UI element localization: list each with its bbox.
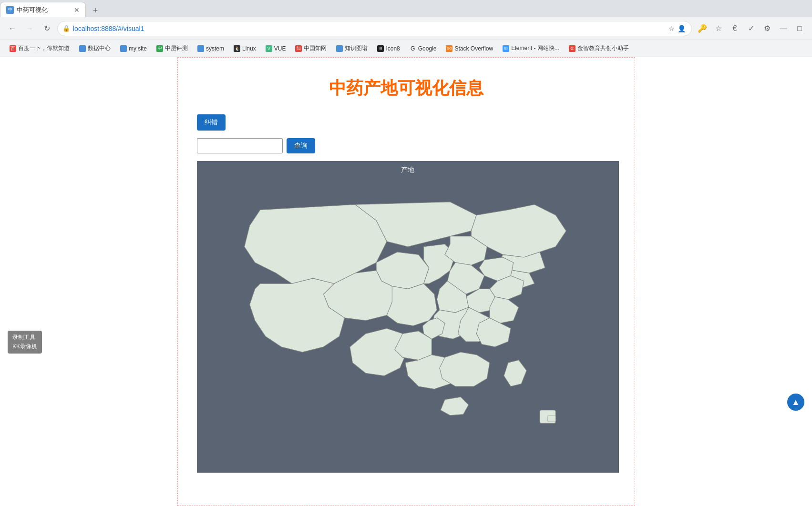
back-button[interactable]: ← — [6, 22, 19, 35]
bookmark-label: Stack Overflow — [454, 45, 493, 52]
bookmark-label: system — [206, 45, 224, 52]
bookmark-google[interactable]: G Google — [406, 44, 441, 53]
bookmark-icon: 知 — [295, 45, 302, 52]
bookmark-system[interactable]: system — [194, 44, 228, 53]
url-display: localhost:8888/#/visual1 — [73, 25, 668, 32]
bookmark-button[interactable]: ☆ — [712, 22, 725, 35]
address-bar-row: ← → ↻ 🔒 localhost:8888/#/visual1 ☆ 👤 🔑 ☆… — [0, 17, 812, 40]
star-icon[interactable]: ☆ — [668, 25, 675, 32]
bookmark-icon — [120, 45, 127, 52]
bookmark-label: 数据中心 — [88, 44, 111, 52]
bookmark-vue[interactable]: V VUE — [262, 44, 290, 53]
bookmark-label: Linux — [242, 45, 256, 52]
recording-tool-line1: 录制工具 — [12, 334, 37, 342]
scroll-top-icon: ▲ — [791, 397, 800, 407]
bookmark-zhongceng[interactable]: 中 中层评测 — [153, 43, 192, 54]
cuowu-button[interactable]: 纠错 — [197, 114, 226, 131]
search-row: 查询 — [197, 138, 616, 153]
minimize-button[interactable]: — — [777, 22, 790, 35]
search-input[interactable] — [197, 138, 283, 153]
tab-title: 中药可视化 — [17, 6, 70, 14]
bookmark-label: 金智教育共创小助手 — [577, 44, 629, 52]
scroll-to-top-button[interactable]: ▲ — [787, 394, 804, 411]
active-tab[interactable]: 中 中药可视化 ✕ — [0, 2, 86, 17]
bookmark-linux[interactable]: 🐧 Linux — [230, 44, 260, 53]
recording-tool: 录制工具 KK录像机 — [8, 331, 42, 354]
bookmark-icon: i8 — [377, 45, 384, 52]
map-title: 产地 — [197, 166, 619, 174]
bookmark-icon: 🐧 — [234, 45, 240, 52]
page-title: 中药产地可视化信息 — [197, 77, 616, 100]
search-button[interactable]: 查询 — [287, 138, 315, 153]
bookmark-icon8[interactable]: i8 Icon8 — [373, 44, 403, 53]
user-icon[interactable]: 👤 — [678, 25, 686, 32]
bookmark-element[interactable]: El Element - 网站快... — [499, 43, 563, 54]
baidu-icon: 百 — [10, 45, 16, 52]
bookmark-stackoverflow[interactable]: SO Stack Overflow — [442, 44, 497, 53]
bookmark-baidu[interactable]: 百 百度一下，你就知道 — [6, 43, 73, 54]
euro-button[interactable]: € — [728, 22, 741, 35]
extensions-button[interactable]: 🔑 — [696, 22, 709, 35]
bookmark-icon — [197, 45, 204, 52]
new-tab-button[interactable]: + — [88, 4, 103, 17]
bookmark-zhiwang[interactable]: 知 中国知网 — [291, 43, 330, 54]
bookmark-icon: G — [410, 45, 416, 52]
bookmark-label: 知识图谱 — [345, 44, 368, 52]
map-container: 产地 — [197, 161, 619, 473]
reload-button[interactable]: ↻ — [40, 22, 53, 35]
china-map-svg — [197, 178, 619, 468]
bookmark-label: Icon8 — [386, 45, 400, 52]
tab-bar: 中 中药可视化 ✕ + — [0, 0, 812, 17]
bookmark-label: my site — [129, 45, 147, 52]
page-content: 中药产地可视化信息 纠错 查询 产地 — [0, 57, 812, 506]
bookmark-knowledge-graph[interactable]: 知识图谱 — [332, 43, 371, 54]
bookmark-mysite[interactable]: my site — [116, 44, 151, 53]
bookmark-label: 中层评测 — [165, 44, 188, 52]
page-inner: 中药产地可视化信息 纠错 查询 产地 — [177, 57, 635, 506]
svg-rect-2 — [547, 415, 555, 422]
bookmark-label: 中国知网 — [304, 44, 327, 52]
bookmark-label: Element - 网站快... — [511, 44, 559, 52]
lock-icon: 🔒 — [62, 25, 70, 32]
edge-button[interactable]: ✓ — [744, 22, 758, 35]
forward-button[interactable]: → — [23, 22, 36, 35]
bookmarks-bar: 百 百度一下，你就知道 数据中心 my site 中 中层评测 system 🐧… — [0, 40, 812, 57]
bookmark-icon: V — [266, 45, 272, 52]
bookmark-icon: El — [503, 45, 509, 52]
bookmark-icon — [79, 45, 86, 52]
bookmark-label: 百度一下，你就知道 — [18, 44, 70, 52]
bookmark-icon: 金 — [569, 45, 576, 52]
tab-close-button[interactable]: ✕ — [74, 6, 80, 14]
bookmark-icon — [336, 45, 343, 52]
recording-tool-line2: KK录像机 — [12, 343, 37, 351]
bookmark-icon: 中 — [156, 45, 163, 52]
settings-button[interactable]: ⚙ — [761, 22, 774, 35]
bookmark-jinzhi[interactable]: 金 金智教育共创小助手 — [565, 43, 633, 54]
browser-actions: 🔑 ☆ € ✓ ⚙ — □ — [696, 22, 806, 35]
address-bar[interactable]: 🔒 localhost:8888/#/visual1 ☆ 👤 — [57, 21, 692, 36]
bookmark-label: VUE — [274, 45, 286, 52]
bookmark-data-center[interactable]: 数据中心 — [75, 43, 114, 54]
maximize-button[interactable]: □ — [793, 22, 806, 35]
bookmark-icon: SO — [446, 45, 452, 52]
tab-favicon: 中 — [6, 6, 14, 14]
address-bar-icons: ☆ 👤 — [668, 25, 686, 32]
bookmark-label: Google — [418, 45, 437, 52]
